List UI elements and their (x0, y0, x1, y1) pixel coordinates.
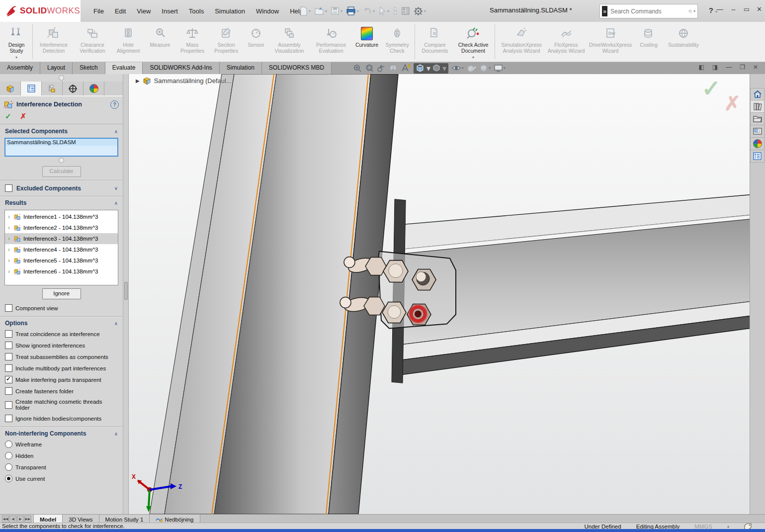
magnet-icon[interactable] (392, 5, 399, 16)
ribbon-button-floxpress-wizard[interactable]: FloXpress Analysis Wizard (546, 22, 586, 54)
panel-splitter[interactable] (123, 74, 129, 514)
tab-motion-study-1[interactable]: Motion Study 1 (99, 515, 150, 523)
expand-arrow-icon[interactable]: › (8, 224, 12, 231)
panel-help-icon[interactable]: ? (110, 100, 119, 109)
display-style-caret[interactable]: ▾ (442, 64, 446, 73)
expand-arrow-icon[interactable]: › (8, 235, 12, 242)
ribbon-button-curvature[interactable]: Curvature (352, 22, 381, 48)
checkbox-checked[interactable] (5, 376, 12, 383)
checkbox[interactable] (5, 415, 12, 422)
ribbon-button-sustainability[interactable]: Sustainability (663, 22, 704, 48)
previous-tab-icon[interactable]: ◀ (9, 516, 16, 523)
tab-solidworks-mbd[interactable]: SOLIDWORKS MBD (262, 62, 332, 74)
ok-button[interactable]: ✓ (5, 112, 11, 121)
result-row-interference6[interactable]: ›Interference6 - 104.138mm^3 (5, 266, 118, 277)
option-make-transparent[interactable]: Make interfering parts transparent (0, 374, 123, 385)
ribbon-button-clearance-verification[interactable]: Clearance Verification (73, 22, 112, 54)
selected-component-item[interactable]: Sammanställning.SLDASM (5, 139, 117, 146)
ribbon-button-mass-properties[interactable]: Mass Properties (175, 22, 209, 54)
collapse-chevron-icon[interactable]: ∧ (114, 431, 118, 437)
tab-3d-views[interactable]: 3D Views (63, 515, 99, 523)
properties-icon[interactable] (400, 5, 411, 16)
zoom-to-area-icon[interactable] (365, 64, 374, 73)
select-cursor-icon[interactable]: ▾ (377, 5, 390, 16)
excluded-components-checkbox[interactable] (5, 184, 12, 192)
menu-insert[interactable]: Insert (157, 5, 183, 17)
document-close-icon[interactable]: ✕ (753, 64, 758, 71)
results-header[interactable]: Results ∧ (0, 199, 123, 208)
ribbon-button-hole-alignment[interactable]: Hole Alignment (112, 22, 145, 54)
results-list[interactable]: ›Interference1 - 104.138mm^3 ›Interferen… (4, 210, 118, 285)
first-tab-icon[interactable]: ◀◀ (2, 516, 9, 523)
tab-assembly[interactable]: Assembly (0, 62, 40, 74)
zoom-to-fit-icon[interactable] (353, 64, 362, 73)
design-library-icon[interactable] (750, 100, 765, 113)
display-style-icon[interactable] (432, 64, 440, 72)
expand-chevron-icon[interactable]: ∨ (114, 185, 118, 191)
previous-document-icon[interactable]: ◧ (698, 64, 704, 71)
graphics-viewport[interactable]: X Y Z ▶ Sammanställning (Defaul... ✓ ✗ (129, 74, 750, 514)
ribbon-button-design-study[interactable]: Design Study ▾ (2, 22, 31, 60)
expand-arrow-icon[interactable]: ▶ (136, 78, 140, 84)
custom-properties-icon[interactable] (750, 150, 765, 163)
model-3d-scene[interactable]: X Y Z (129, 74, 750, 514)
menu-window[interactable]: Window (251, 5, 284, 17)
search-input[interactable] (609, 7, 688, 15)
expand-arrow-icon[interactable]: › (8, 268, 12, 275)
checkbox[interactable] (5, 342, 12, 349)
menu-tools[interactable]: Tools (184, 5, 209, 17)
configuration-manager-tab[interactable] (42, 82, 63, 95)
new-file-icon[interactable]: ▾ (298, 5, 312, 17)
appearances-icon[interactable] (750, 138, 765, 150)
section-view-icon[interactable] (389, 64, 398, 73)
menu-view[interactable]: View (132, 5, 156, 17)
next-tab-icon[interactable]: ▶ (17, 516, 24, 523)
collapse-chevron-icon[interactable]: ∧ (114, 200, 118, 206)
minimize-button[interactable]: — (717, 6, 723, 12)
checkbox[interactable] (5, 353, 12, 360)
checkbox[interactable] (5, 304, 12, 312)
file-explorer-folder-icon[interactable] (750, 113, 765, 125)
tab-layout[interactable]: Layout (40, 62, 73, 74)
design-study-dropdown-caret[interactable]: ▾ (15, 55, 17, 60)
result-row-interference4[interactable]: ›Interference4 - 104.138mm^3 (5, 244, 118, 255)
radio-use-current[interactable]: Use current (0, 473, 123, 484)
search-scope-icon[interactable]: » (602, 6, 607, 16)
result-row-interference2[interactable]: ›Interference2 - 104.138mm^3 (5, 222, 118, 233)
option-ignore-hidden[interactable]: Ignore hidden bodies/components (0, 413, 123, 424)
radio-button[interactable] (5, 441, 12, 448)
checkbox[interactable] (5, 330, 12, 338)
excluded-components-header[interactable]: Excluded Components ∨ (0, 183, 123, 193)
units-caret-icon[interactable]: ▴ (727, 524, 729, 529)
open-file-icon[interactable]: ▾ (313, 5, 328, 16)
print-icon[interactable]: ▾ (345, 5, 360, 16)
ribbon-button-driveworksxpress-wizard[interactable]: Dw DriveWorksXpress Wizard (586, 22, 635, 54)
view-palette-icon[interactable] (750, 125, 765, 138)
radio-button[interactable] (5, 452, 12, 459)
expand-arrow-icon[interactable]: › (8, 246, 12, 253)
ignore-button[interactable]: Ignore (42, 288, 81, 299)
flyout-tree-label[interactable]: Sammanställning (Defaul... (154, 77, 232, 85)
splitter-grip[interactable] (124, 282, 128, 300)
ribbon-button-assembly-visualization[interactable]: Assembly Visualization (269, 22, 310, 54)
menu-file[interactable]: File (88, 5, 109, 17)
option-create-fasteners-folder[interactable]: Create fasteners folder (0, 385, 123, 397)
radio-wireframe[interactable]: Wireframe (0, 439, 123, 450)
ribbon-button-sensor[interactable]: Sensor (243, 22, 269, 48)
help-button[interactable]: ? ▾ (709, 6, 717, 14)
selected-components-list[interactable]: Sammanställning.SLDASM (4, 138, 118, 157)
radio-button-selected[interactable] (5, 475, 12, 482)
tab-nedbojning[interactable]: Nedböjning (150, 515, 200, 523)
expand-arrow-icon[interactable]: › (8, 213, 12, 220)
view-settings-monitor-icon[interactable]: ▾ (494, 64, 506, 73)
ribbon-button-interference-detection[interactable]: Interference Detection (34, 22, 73, 54)
checkbox[interactable] (5, 387, 12, 395)
home-icon[interactable] (750, 88, 765, 100)
result-row-interference3-selected[interactable]: ›Interference3 - 104.138mm^3 (5, 233, 118, 244)
collapse-chevron-icon[interactable]: ∧ (114, 321, 118, 326)
checkbox[interactable] (5, 364, 12, 372)
collapse-chevron-icon[interactable]: ∧ (114, 129, 118, 134)
fullscreen-button[interactable]: ⇔ (730, 6, 737, 12)
ribbon-button-compare-documents[interactable]: ? Compare Documents (417, 22, 453, 54)
confirmation-ok-icon[interactable]: ✓ (701, 75, 721, 102)
